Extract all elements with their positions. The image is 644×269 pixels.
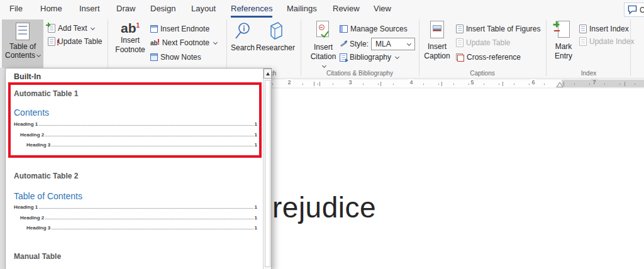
table-of-contents-button[interactable]: Table of Contents (2, 19, 43, 68)
comments-button-label: C (640, 6, 644, 14)
gallery-item-automatic-table-2[interactable]: Automatic Table 2 Table of Contents Head… (6, 167, 262, 236)
gallery-item-manual-table[interactable]: Manual Table (6, 248, 262, 266)
dot-leader (52, 146, 253, 146)
insert-index-button[interactable]: Insert Index (579, 25, 629, 33)
ruler-number: 7 (591, 79, 597, 85)
update-table-icon (48, 37, 55, 46)
update-index-button[interactable]: Update Index (579, 37, 634, 46)
scrollbar-track[interactable] (265, 80, 270, 267)
chevron-down-icon (407, 41, 411, 45)
toc-preview-heading: Contents (14, 107, 49, 118)
gallery-item-title: Manual Table (14, 252, 61, 261)
cross-reference-button[interactable]: Cross-reference (456, 53, 521, 62)
insert-caption-button[interactable]: Insert Caption (423, 21, 452, 61)
add-text-button[interactable]: Add Text (48, 24, 94, 33)
group-separator (301, 19, 301, 76)
insert-index-icon (579, 25, 587, 33)
ruler-number: 6 (530, 79, 536, 85)
ruler-number: 5 (469, 79, 475, 85)
group-label-index: Index (547, 70, 630, 77)
toc-button-label-1: Table of (2, 42, 43, 51)
toc-button-label-2: Contents (2, 51, 43, 60)
update-index-disabled-icon (579, 37, 587, 46)
tab-draw[interactable]: Draw (116, 0, 135, 18)
insert-citation-icon (315, 21, 331, 41)
style-icon (340, 40, 347, 48)
scrollbar-up-arrow[interactable] (264, 69, 272, 79)
toc-preview-row: Heading 31 (26, 224, 257, 231)
group-separator (630, 19, 631, 76)
toc-preview-row: Heading 31 (26, 141, 257, 148)
right-indent-marker-fill (557, 83, 562, 87)
ruler-half-ticks (272, 82, 644, 86)
ruler-number: 3 (347, 79, 353, 85)
update-table-button[interactable]: Update Table (48, 37, 103, 46)
citation-style-select[interactable]: MLA (371, 38, 415, 50)
insert-table-of-figures-button[interactable]: Insert Table of Figures (456, 25, 541, 33)
tab-design[interactable]: Design (150, 0, 175, 18)
next-footnote-icon: ab (150, 39, 160, 47)
update-table-captions-button[interactable]: Update Table (456, 38, 511, 47)
dot-leader (39, 125, 253, 126)
cross-reference-icon (456, 53, 464, 62)
chevron-down-icon (395, 54, 399, 58)
table-of-contents-icon (16, 23, 30, 40)
gallery-item-title: Automatic Table 2 (14, 172, 78, 180)
manage-sources-button[interactable]: Manage Sources (340, 25, 408, 33)
insert-footnote-button[interactable]: ab1 Insert Footnote (114, 21, 146, 55)
tab-insert[interactable]: Insert (79, 0, 100, 18)
toc-preview-row: Heading 11 (14, 204, 257, 210)
researcher-icon (266, 21, 285, 41)
toc-preview-heading: Table of Contents (14, 191, 82, 201)
chevron-down-icon (213, 40, 218, 44)
bibliography-icon (340, 53, 347, 62)
dot-leader (39, 208, 253, 209)
toc-gallery-dropdown: Built-In Automatic Table 1 Contents Head… (5, 68, 272, 269)
chevron-down-icon (322, 63, 326, 68)
toc-preview-row: Heading 11 (14, 121, 257, 127)
ruler-number: 2 (286, 79, 292, 85)
search-icon (233, 21, 252, 41)
show-notes-icon (150, 53, 158, 61)
comments-button[interactable]: C (624, 3, 644, 17)
dot-leader (45, 136, 253, 136)
insert-endnote-button[interactable]: Insert Endnote (150, 25, 209, 33)
gallery-item-automatic-table-1[interactable]: Automatic Table 1 Contents Heading 11 He… (6, 85, 262, 155)
builtin-section-header: Built-In (14, 72, 41, 81)
tab-view[interactable]: View (374, 0, 391, 18)
tab-mailings[interactable]: Mailings (287, 0, 317, 18)
insert-footnote-icon: ab1 (114, 21, 146, 36)
insert-caption-icon (430, 21, 445, 40)
group-label-captions: Captions (420, 70, 545, 77)
bibliography-button[interactable]: Bibliography (340, 53, 399, 62)
insert-endnote-icon (150, 25, 158, 33)
window-left-edge (0, 68, 5, 269)
tab-layout[interactable]: Layout (191, 0, 216, 18)
chevron-down-icon (36, 53, 41, 57)
mark-entry-icon (555, 21, 572, 40)
add-text-icon (48, 24, 55, 33)
word-window: File Home Insert Draw Design Layout Refe… (0, 0, 644, 269)
group-separator (546, 19, 547, 76)
gallery-item-title: Automatic Table 1 (14, 89, 78, 98)
tab-review[interactable]: Review (333, 0, 360, 18)
comment-bubble-icon (628, 5, 637, 14)
tab-references[interactable]: References (231, 0, 272, 18)
toc-preview-row: Heading 21 (20, 214, 257, 221)
researcher-button[interactable]: Researcher (256, 21, 295, 53)
chevron-down-icon (91, 25, 95, 30)
tab-home[interactable]: Home (40, 0, 62, 18)
insert-citation-button[interactable]: Insert Citation (308, 21, 338, 71)
document-title-text: rejudice (272, 190, 376, 224)
mark-entry-button[interactable]: Mark Entry (550, 21, 577, 61)
next-footnote-button[interactable]: ab Next Footnote (150, 38, 217, 47)
manage-sources-icon (340, 25, 348, 33)
search-button[interactable]: Search (229, 21, 257, 53)
tab-file[interactable]: File (9, 0, 23, 18)
show-notes-button[interactable]: Show Notes (150, 53, 201, 62)
style-label: Style: (350, 40, 369, 48)
ruler-number: 4 (408, 79, 414, 85)
dropdown-scrollbar[interactable] (263, 69, 271, 269)
insert-table-of-figures-icon (456, 25, 464, 33)
ribbon-tab-bar: File Home Insert Draw Design Layout Refe… (0, 0, 644, 18)
